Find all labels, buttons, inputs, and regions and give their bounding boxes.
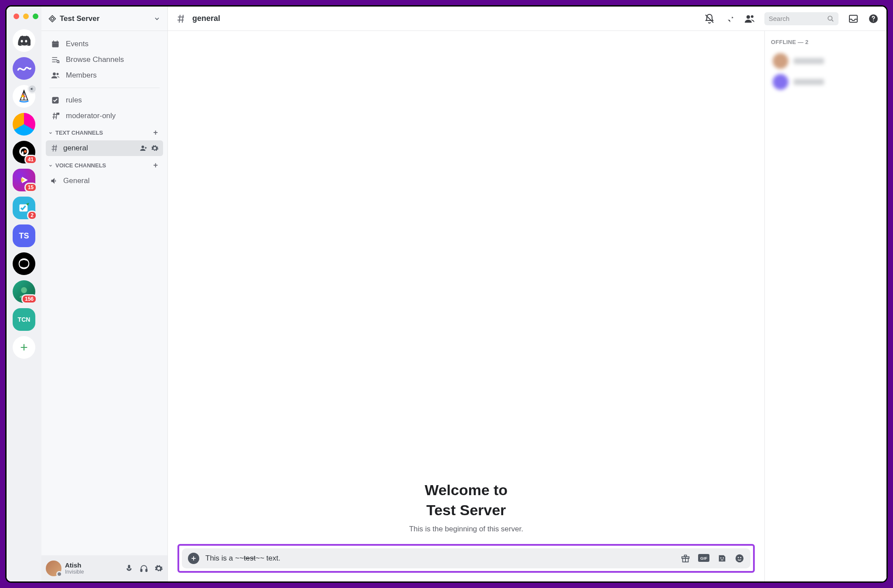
svg-marker-11	[51, 17, 54, 20]
threads-icon[interactable]	[684, 14, 695, 24]
svg-marker-10	[49, 15, 56, 22]
svg-point-18	[53, 72, 56, 75]
hash-lock-icon	[50, 112, 61, 120]
nav-events[interactable]: Events	[46, 36, 163, 52]
member-list-toggle[interactable]	[744, 14, 755, 24]
inbox-icon[interactable]	[848, 14, 859, 24]
voice-channel-general[interactable]: General	[46, 173, 163, 189]
channel-list: Events Browse Channels Members rules mod…	[41, 31, 167, 555]
member-row[interactable]	[771, 51, 880, 71]
server-purple[interactable]	[13, 57, 35, 80]
channel-moderator-only[interactable]: moderator-only	[46, 108, 163, 124]
category-voice-channels[interactable]: VOICE CHANNELS +	[46, 156, 163, 173]
add-server-button[interactable]: +	[13, 336, 35, 359]
unread-badge: 41	[24, 155, 37, 164]
gift-icon[interactable]	[681, 554, 690, 563]
gif-icon[interactable]: GIF	[698, 554, 709, 563]
svg-rect-14	[52, 41, 59, 43]
notifications-muted-icon[interactable]	[704, 14, 715, 24]
channel-rules[interactable]: rules	[46, 92, 163, 108]
member-list: OFFLINE — 2	[764, 31, 886, 581]
emoji-icon[interactable]	[735, 554, 744, 563]
server-check[interactable]: 2	[13, 197, 35, 219]
nav-members[interactable]: Members	[46, 68, 163, 83]
deafen-button[interactable]	[140, 564, 148, 573]
maximize-window-icon[interactable]	[33, 14, 38, 19]
svg-rect-15	[53, 41, 54, 42]
invite-icon[interactable]	[140, 144, 147, 152]
svg-point-37	[738, 557, 739, 558]
server-green-av[interactable]: 156	[13, 280, 35, 303]
dm-button[interactable]	[13, 29, 35, 52]
pinned-icon[interactable]	[724, 14, 735, 24]
category-text-channels[interactable]: TEXT CHANNELS +	[46, 124, 163, 140]
add-text-channel-button[interactable]: +	[153, 128, 160, 137]
svg-point-35	[723, 557, 724, 559]
rules-icon	[50, 96, 61, 105]
help-icon[interactable]	[868, 14, 879, 24]
server-rail: 41 15 2 TS 156 TCN +	[7, 7, 41, 581]
chevron-down-icon	[153, 15, 160, 22]
mute-button[interactable]	[125, 564, 133, 573]
boost-icon	[48, 15, 56, 23]
close-window-icon[interactable]	[14, 14, 19, 19]
message-composer[interactable]: This is a ~~test~~ text. GIF	[182, 548, 750, 568]
server-header[interactable]: Test Server	[41, 7, 167, 31]
welcome-block: Welcome to Test Server This is the begin…	[177, 480, 756, 534]
svg-point-38	[740, 557, 741, 558]
browse-icon	[50, 55, 61, 64]
hash-icon	[50, 144, 59, 153]
svg-rect-24	[146, 569, 147, 572]
svg-point-36	[736, 554, 743, 562]
svg-point-19	[57, 73, 59, 75]
svg-rect-16	[57, 41, 58, 42]
svg-point-27	[828, 16, 832, 20]
server-name: Test Server	[60, 14, 99, 23]
svg-rect-21	[57, 113, 59, 115]
server-sail[interactable]	[13, 85, 35, 108]
message-area: Welcome to Test Server This is the begin…	[168, 31, 764, 581]
user-meta[interactable]: Atish Invisible	[65, 562, 84, 575]
gear-icon[interactable]	[151, 144, 159, 152]
server-ts[interactable]: TS	[13, 224, 35, 247]
hash-icon	[176, 14, 186, 24]
member-row[interactable]	[771, 71, 880, 92]
members-icon	[50, 71, 61, 80]
server-tcn[interactable]: TCN	[13, 308, 35, 331]
sticker-icon[interactable]	[717, 554, 727, 563]
svg-point-17	[57, 61, 59, 63]
search-input[interactable]: Search	[764, 12, 838, 25]
svg-point-22	[142, 146, 144, 148]
nav-browse-channels[interactable]: Browse Channels	[46, 52, 163, 68]
offline-header: OFFLINE — 2	[771, 39, 880, 45]
svg-point-9	[21, 287, 27, 293]
server-openai[interactable]	[13, 252, 35, 275]
search-placeholder: Search	[769, 15, 790, 22]
svg-text:GIF: GIF	[700, 556, 707, 561]
minimize-window-icon[interactable]	[23, 14, 29, 19]
header-toolbar: Search	[684, 12, 879, 25]
add-voice-channel-button[interactable]: +	[153, 161, 160, 170]
settings-button[interactable]	[154, 564, 163, 573]
channel-sidebar: Test Server Events Browse Channels Membe…	[41, 7, 168, 581]
composer-text[interactable]: This is a ~~test~~ text.	[205, 554, 675, 563]
main-area: general Search Welcome to Test	[168, 7, 886, 581]
window-controls	[14, 14, 38, 19]
app-window: 41 15 2 TS 156 TCN + Test Server	[5, 5, 888, 583]
svg-point-25	[746, 15, 750, 19]
search-icon	[827, 15, 834, 22]
attach-button[interactable]	[188, 553, 199, 564]
channel-header: general Search	[168, 7, 886, 31]
svg-point-26	[751, 15, 753, 18]
server-play[interactable]: 15	[13, 169, 35, 191]
message-composer-highlight: This is a ~~test~~ text. GIF	[177, 544, 755, 573]
svg-rect-23	[141, 569, 142, 572]
audio-badge-icon	[27, 84, 37, 94]
unread-badge: 2	[27, 211, 37, 220]
calendar-icon	[50, 40, 61, 48]
server-wizard[interactable]	[13, 113, 35, 136]
text-channel-general[interactable]: general	[46, 140, 163, 156]
server-p[interactable]: 41	[13, 141, 35, 163]
user-avatar[interactable]	[46, 561, 61, 576]
channel-name: general	[192, 14, 220, 23]
